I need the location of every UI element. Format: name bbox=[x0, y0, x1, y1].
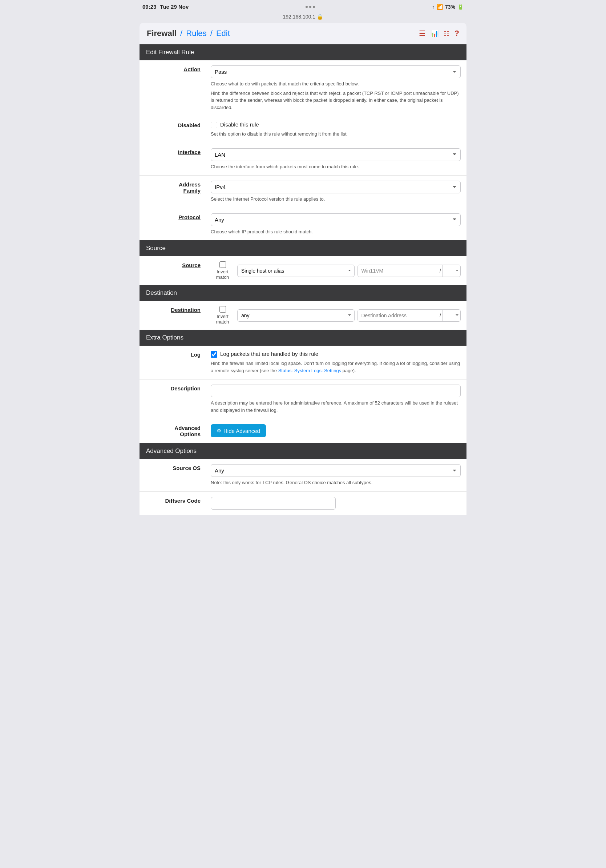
bc-edit[interactable]: Edit bbox=[216, 29, 230, 38]
location-icon: ↑ bbox=[432, 4, 434, 10]
interface-hint: Choose the interface from which packets … bbox=[211, 163, 461, 170]
bc-firewall: Firewall bbox=[147, 29, 176, 38]
source-section: Source Source Invert match Single host o… bbox=[139, 240, 467, 285]
source-header: Source bbox=[139, 240, 467, 256]
advanced-options-table: Source OS Any Windows Linux macOS FreeBS… bbox=[139, 459, 467, 515]
log-hint-link[interactable]: Status: System Logs: Settings bbox=[278, 368, 341, 373]
advanced-options-toggle-row: Advanced Options ⚙ Hide Advanced bbox=[139, 419, 467, 443]
url-text: 192.168.100.1 bbox=[283, 14, 316, 20]
source-fields-content: Invert match Single host or alias any Ne… bbox=[205, 256, 467, 285]
url-bar: 192.168.100.1 🔒 bbox=[136, 12, 470, 23]
diffserv-code-row: Diffserv Code bbox=[139, 491, 467, 515]
extra-options-header: Extra Options bbox=[139, 330, 467, 346]
address-family-label: Address Family bbox=[139, 175, 205, 208]
advanced-options-header: Advanced Options bbox=[139, 443, 467, 459]
protocol-row: Protocol Any TCP UDP ICMP Choose which I… bbox=[139, 208, 467, 240]
description-input[interactable] bbox=[211, 384, 461, 397]
disabled-hint: Set this option to disable this rule wit… bbox=[211, 130, 461, 138]
source-os-label: Source OS bbox=[139, 459, 205, 491]
destination-address-group: / bbox=[357, 309, 461, 322]
status-bar: 09:23 Tue 29 Nov ↑ 📶 73% 🔋 bbox=[136, 0, 470, 12]
source-label: Source bbox=[139, 256, 205, 285]
protocol-select[interactable]: Any TCP UDP ICMP bbox=[211, 213, 461, 226]
destination-row: Destination Invert match any Single host… bbox=[139, 301, 467, 330]
disabled-label: Disabled bbox=[139, 116, 205, 143]
source-slash-divider: / bbox=[438, 265, 443, 277]
source-os-select[interactable]: Any Windows Linux macOS FreeBSD bbox=[211, 464, 461, 477]
diffserv-code-input[interactable] bbox=[211, 497, 336, 510]
log-hint: Hint: the firewall has limited local log… bbox=[211, 360, 461, 374]
interface-select[interactable]: LAN WAN bbox=[211, 148, 461, 161]
destination-form-table: Destination Invert match any Single host… bbox=[139, 301, 467, 330]
action-row: Action Pass Block Reject Choose what to … bbox=[139, 60, 467, 116]
log-label: Log bbox=[139, 346, 205, 380]
edit-rule-header: Edit Firewall Rule bbox=[139, 44, 467, 60]
advanced-options-section: Advanced Options Source OS Any Windows L… bbox=[139, 443, 467, 515]
extra-options-content: Log Log packets that are handled by this… bbox=[139, 346, 467, 443]
destination-address-input[interactable] bbox=[358, 310, 438, 321]
action-hint2: Hint: the difference between block and r… bbox=[211, 90, 461, 111]
description-row: Description A description may be entered… bbox=[139, 380, 467, 419]
hide-advanced-button[interactable]: ⚙ Hide Advanced bbox=[211, 424, 266, 437]
destination-inline-fields: Invert match any Single host or alias Ne… bbox=[211, 306, 461, 325]
destination-header: Destination bbox=[139, 285, 467, 301]
source-cidr-select[interactable] bbox=[443, 265, 460, 277]
destination-fields-content: Invert match any Single host or alias Ne… bbox=[205, 301, 467, 330]
dots-indicator bbox=[306, 6, 315, 8]
destination-invert-label: Invert match bbox=[216, 314, 229, 325]
bc-rules[interactable]: Rules bbox=[186, 29, 206, 38]
address-family-select[interactable]: IPv4 IPv6 IPv4+IPv6 bbox=[211, 181, 461, 194]
extra-options-section: Extra Options Log Log packets that are h… bbox=[139, 330, 467, 443]
status-date: Tue 29 Nov bbox=[160, 4, 189, 10]
protocol-label: Protocol bbox=[139, 208, 205, 240]
battery-level: 73% bbox=[445, 4, 455, 10]
source-os-hint: Note: this only works for TCP rules. Gen… bbox=[211, 479, 461, 486]
grid-icon[interactable]: ☷ bbox=[444, 29, 450, 37]
destination-label: Destination bbox=[139, 301, 205, 330]
source-content: Source Invert match Single host or alias… bbox=[139, 256, 467, 285]
main-content: Edit Firewall Rule Action Pass Block Rej… bbox=[139, 44, 467, 515]
source-form-table: Source Invert match Single host or alias… bbox=[139, 256, 467, 285]
source-invert-label: Invert match bbox=[216, 269, 229, 280]
disabled-row: Disabled Disable this rule Set this opti… bbox=[139, 116, 467, 143]
interface-row: Interface LAN WAN Choose the interface f… bbox=[139, 143, 467, 175]
address-family-content: IPv4 IPv6 IPv4+IPv6 Select the Internet … bbox=[205, 175, 467, 208]
disabled-checkbox[interactable] bbox=[211, 122, 217, 128]
lock-icon: 🔒 bbox=[317, 14, 323, 20]
destination-content: Destination Invert match any Single host… bbox=[139, 301, 467, 330]
form-table: Action Pass Block Reject Choose what to … bbox=[139, 60, 467, 240]
chart-icon[interactable]: 📊 bbox=[431, 29, 439, 37]
bc-sep2: / bbox=[210, 29, 213, 38]
protocol-hint: Choose which IP protocol this rule shoul… bbox=[211, 228, 461, 236]
header-icons: ☰ 📊 ☷ ? bbox=[419, 29, 459, 38]
log-checkbox-label: Log packets that are handled by this rul… bbox=[220, 351, 318, 357]
destination-cidr-select[interactable] bbox=[443, 310, 460, 321]
destination-invert-checkbox[interactable] bbox=[220, 306, 226, 313]
source-address-input[interactable] bbox=[358, 265, 438, 277]
address-family-row: Address Family IPv4 IPv6 IPv4+IPv6 Selec… bbox=[139, 175, 467, 208]
log-row: Log Log packets that are handled by this… bbox=[139, 346, 467, 380]
action-label: Action bbox=[139, 60, 205, 116]
source-invert-checkbox[interactable] bbox=[220, 261, 226, 268]
gear-icon: ⚙ bbox=[216, 428, 221, 434]
log-checkbox[interactable] bbox=[211, 351, 217, 358]
advanced-options-content: ⚙ Hide Advanced bbox=[205, 419, 467, 443]
destination-type-select[interactable]: any Single host or alias Network LAN sub… bbox=[237, 309, 355, 322]
help-icon[interactable]: ? bbox=[454, 29, 459, 38]
action-select[interactable]: Pass Block Reject bbox=[211, 65, 461, 78]
status-time: 09:23 bbox=[142, 4, 156, 10]
action-hint1: Choose what to do with packets that matc… bbox=[211, 80, 461, 88]
description-content: A description may be entered here for ad… bbox=[205, 380, 467, 419]
protocol-content: Any TCP UDP ICMP Choose which IP protoco… bbox=[205, 208, 467, 240]
source-invert-checkbox-group: Invert match bbox=[211, 261, 234, 280]
address-family-hint: Select the Internet Protocol version thi… bbox=[211, 195, 461, 203]
action-content: Pass Block Reject Choose what to do with… bbox=[205, 60, 467, 116]
log-checkbox-row: Log packets that are handled by this rul… bbox=[211, 351, 461, 358]
filter-icon[interactable]: ☰ bbox=[419, 29, 425, 38]
log-content: Log packets that are handled by this rul… bbox=[205, 346, 467, 380]
destination-slash-divider: / bbox=[438, 310, 443, 321]
source-type-select[interactable]: Single host or alias any Network LAN sub… bbox=[237, 265, 355, 277]
description-hint: A description may be entered here for ad… bbox=[211, 400, 461, 414]
hide-advanced-label: Hide Advanced bbox=[223, 428, 260, 434]
diffserv-code-label: Diffserv Code bbox=[139, 491, 205, 515]
